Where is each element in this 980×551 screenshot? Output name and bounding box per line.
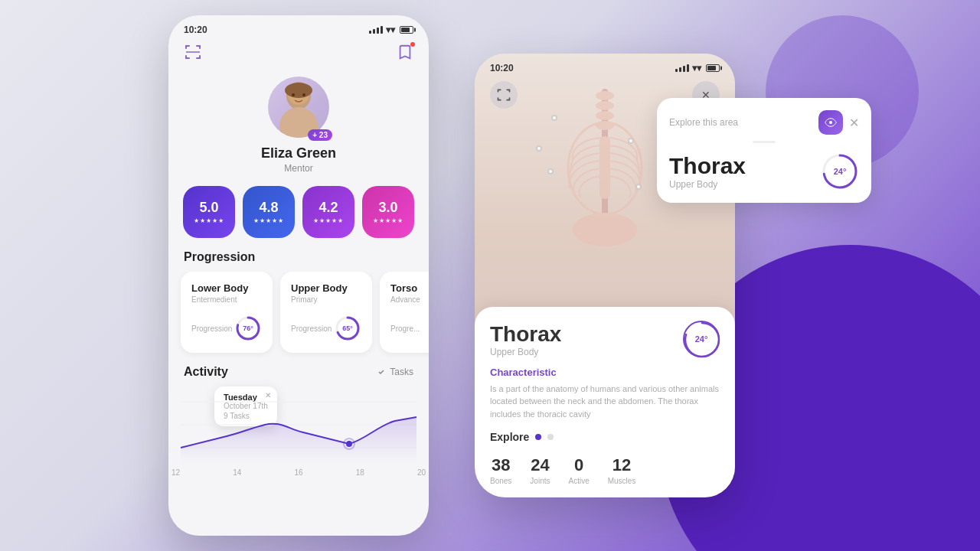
body-dot-4[interactable] — [628, 138, 634, 144]
s-bar-1 — [675, 69, 678, 72]
stats-row: 38 Bones 24 Joints 0 Active 12 Muscles — [490, 455, 720, 485]
prog-card-level-1: Entermedient — [191, 295, 262, 304]
characteristic-title: Characteristic — [490, 367, 720, 378]
body-dot-1[interactable] — [551, 115, 557, 121]
signal-bar-3 — [377, 28, 379, 34]
stat-active-number: 0 — [574, 455, 583, 475]
rating-card-1[interactable]: 5.0 ★★★★★ — [183, 186, 235, 238]
stat-active-label: Active — [568, 477, 589, 485]
explore-angle-value: 24° — [834, 167, 847, 176]
explore-title: Thorax — [669, 153, 746, 179]
prog-card-footer-2: Progression 65° — [291, 315, 361, 342]
prog-card-title-3: Torso — [390, 282, 429, 294]
prog-card-title-2: Upper Body — [291, 282, 361, 294]
status-icons-1: ▾▾ — [369, 24, 413, 35]
signal-bar-2 — [373, 29, 375, 34]
tasks-label: Tasks — [377, 367, 413, 377]
prog-card-footer-1: Progression 76° — [191, 315, 262, 342]
rating-value-4: 3.0 — [378, 201, 397, 214]
s-bar-4 — [687, 64, 689, 72]
phone-1-header — [168, 40, 429, 70]
user-role: Mentor — [284, 163, 312, 174]
notification-dot — [410, 42, 415, 47]
body-dot-2[interactable] — [536, 145, 542, 152]
svg-point-6 — [302, 93, 305, 96]
explore-card-text: Thorax Upper Body — [669, 153, 746, 190]
tooltip-day: Tuesday — [224, 393, 268, 402]
stat-muscles: 12 Muscles — [608, 455, 636, 485]
explore-card-actions: ✕ — [818, 110, 859, 135]
prog-label-1: Progression — [191, 324, 232, 333]
progression-title: Progression — [168, 250, 429, 272]
prog-label-3: Progre... — [390, 324, 420, 333]
stat-bones-label: Bones — [490, 477, 511, 485]
status-bar-1: 10:20 ▾▾ — [168, 15, 429, 40]
rating-value-1: 5.0 — [199, 201, 218, 214]
chart-area: ✕ Tuesday October 17th 9 Tasks — [168, 386, 429, 463]
explore-angle-circle: 24° — [821, 152, 859, 191]
svg-point-25 — [573, 213, 637, 246]
s-bar-3 — [683, 66, 685, 72]
wifi-icon-2: ▾▾ — [692, 63, 701, 73]
signal-bar-4 — [381, 26, 383, 34]
card-handle — [753, 141, 776, 143]
body-dot-3[interactable] — [547, 168, 554, 174]
characteristic-text: Is a part of the anatomy of humans and v… — [490, 383, 720, 421]
chart-label-3: 16 — [294, 468, 302, 477]
prog-circle-1: 76° — [234, 315, 262, 342]
s-bar-2 — [679, 67, 681, 72]
stat-muscles-label: Muscles — [608, 477, 636, 485]
status-icons-2: ▾▾ — [675, 63, 720, 73]
activity-chart — [168, 402, 429, 463]
prog-card-level-3: Advance — [390, 295, 429, 304]
explore-card-body: Thorax Upper Body 24° — [669, 152, 859, 191]
avatar-wrapper: + 23 — [268, 77, 329, 138]
prog-value-1: 76° — [243, 324, 253, 332]
rating-stars-2: ★★★★★ — [253, 217, 284, 224]
chart-label-4: 18 — [356, 468, 364, 477]
rating-stars-1: ★★★★★ — [194, 217, 224, 224]
svg-rect-24 — [599, 136, 610, 199]
rating-value-2: 4.8 — [259, 201, 278, 214]
explore-card-close[interactable]: ✕ — [849, 116, 859, 130]
svg-point-26 — [685, 323, 719, 357]
stat-muscles-number: 12 — [612, 455, 631, 475]
body-dot-5[interactable] — [635, 184, 642, 190]
prog-card-level-2: Primary — [291, 295, 361, 304]
prog-label-2: Progression — [291, 324, 332, 333]
battery-icon-1 — [400, 26, 413, 34]
stat-active: 0 Active — [568, 455, 589, 485]
explore-subtitle: Upper Body — [669, 179, 746, 190]
prog-circle-2: 65° — [334, 315, 361, 342]
battery-fill-1 — [401, 28, 410, 32]
explore-overlay-card: Explore this area ✕ Thorax Upper Body 24… — [657, 98, 871, 203]
rating-card-4[interactable]: 3.0 ★★★★★ — [362, 186, 414, 238]
stat-bones: 38 Bones — [490, 455, 511, 485]
eye-button[interactable] — [818, 110, 843, 135]
svg-point-4 — [285, 83, 312, 98]
prog-card-lower-body[interactable]: Lower Body Entermedient Progression 76° — [181, 272, 273, 353]
stat-joints-number: 24 — [531, 455, 549, 475]
svg-point-27 — [829, 121, 832, 124]
phone-1: 10:20 ▾▾ — [168, 15, 429, 536]
prog-card-torso[interactable]: Torso Advance Progre... 55° — [380, 272, 429, 353]
explore-section-title: Explore — [490, 431, 529, 443]
stat-joints: 24 Joints — [530, 455, 550, 485]
tooltip-close[interactable]: ✕ — [265, 391, 271, 399]
rating-card-2[interactable]: 4.8 ★★★★★ — [243, 186, 295, 238]
rating-value-3: 4.2 — [318, 201, 338, 214]
battery-icon-2 — [706, 64, 720, 72]
stat-joints-label: Joints — [530, 477, 550, 485]
bottom-card: 24° Thorax Upper Body Characteristic Is … — [475, 307, 735, 498]
prog-value-2: 65° — [342, 324, 353, 332]
chart-label-5: 20 — [417, 468, 426, 477]
rating-card-3[interactable]: 4.2 ★★★★★ — [302, 186, 354, 238]
scan-icon-2[interactable] — [490, 81, 518, 109]
scan-icon[interactable] — [184, 43, 202, 64]
user-badge: + 23 — [308, 129, 332, 141]
bookmark-icon[interactable] — [397, 44, 413, 64]
svg-point-5 — [292, 93, 295, 96]
rating-cards: 5.0 ★★★★★ 4.8 ★★★★★ 4.2 ★★★★★ 3.0 ★★★★★ — [168, 186, 429, 250]
prog-card-upper-body[interactable]: Upper Body Primary Progression 65° — [280, 272, 372, 353]
svg-point-16 — [346, 441, 352, 447]
